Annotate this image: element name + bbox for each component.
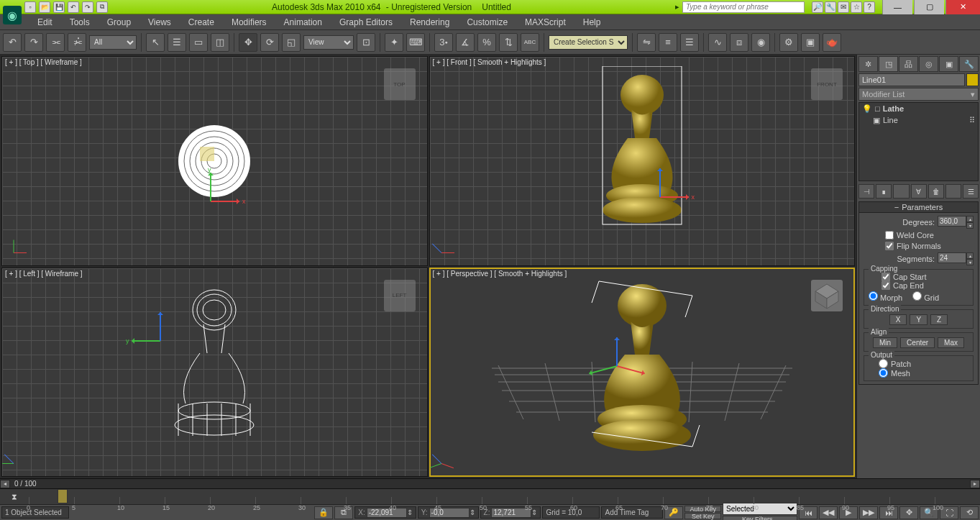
spin-up-icon[interactable]: ▴ — [966, 252, 974, 259]
make-unique-icon[interactable]: ∀ — [911, 184, 927, 199]
direction-y-button[interactable]: Y — [910, 314, 928, 325]
align-max-button[interactable]: Max — [938, 337, 964, 348]
spinner-snap-icon[interactable]: ⇅ — [499, 33, 518, 52]
redo-icon[interactable]: ↷ — [82, 1, 93, 13]
favorites-icon[interactable]: ☆ — [851, 1, 862, 13]
rotate-icon[interactable]: ⟳ — [260, 33, 279, 52]
menu-modifiers[interactable]: Modifiers — [223, 15, 275, 29]
viewport-perspective-label[interactable]: [ + ] [ Perspective ] [ Smooth + Highlig… — [433, 270, 567, 278]
tab-display-icon[interactable]: ▣ — [939, 56, 958, 72]
coord-x-input[interactable] — [367, 508, 407, 518]
spin-down-icon[interactable]: ▾ — [966, 222, 974, 229]
segments-input[interactable] — [938, 252, 966, 263]
configure-sets-icon[interactable]: ☰ — [963, 184, 979, 199]
help-search-input[interactable] — [682, 1, 805, 13]
time-tag-button[interactable]: Add Time Tag — [601, 506, 663, 519]
use-center-icon[interactable]: ⊡ — [357, 33, 375, 52]
menu-edit[interactable]: Edit — [29, 15, 61, 29]
modifier-lathe[interactable]: 💡 □ Lathe — [859, 103, 978, 114]
communication-icon[interactable]: ✉ — [838, 1, 849, 13]
viewport-left-label[interactable]: [ + ] [ Left ] [ Wireframe ] — [5, 270, 83, 278]
expand-icon[interactable]: ▣ — [873, 116, 880, 125]
align-min-button[interactable]: Min — [873, 337, 897, 348]
unlink-icon[interactable]: ⫘̸ — [68, 33, 86, 52]
tab-utilities-icon[interactable]: 🔧 — [959, 56, 979, 72]
set-key-button[interactable]: Set Key — [684, 513, 721, 519]
menu-graph-editors[interactable]: Graph Editors — [331, 15, 401, 29]
viewport-front-label[interactable]: [ + ] [ Front ] [ Smooth + Highlights ] — [433, 58, 546, 66]
degrees-input[interactable] — [938, 216, 966, 227]
object-name-input[interactable] — [858, 73, 965, 86]
viewcube-left[interactable]: LEFT — [384, 280, 416, 311]
nav-orbit-icon[interactable]: ⟲ — [960, 506, 979, 519]
viewport-left[interactable]: [ + ] [ Left ] [ Wireframe ] LEFT y — [1, 268, 428, 478]
menu-views[interactable]: Views — [139, 15, 180, 29]
expand-icon[interactable]: □ — [875, 104, 880, 113]
time-slider[interactable]: 0510152025303540455055606570758085909510… — [29, 489, 980, 504]
menu-animation[interactable]: Animation — [275, 15, 331, 29]
help-icon[interactable]: ? — [864, 1, 875, 13]
tab-hierarchy-icon[interactable]: 品 — [899, 56, 918, 72]
spin-up-icon[interactable]: ▴ — [966, 216, 974, 222]
render-icon[interactable]: 🫖 — [823, 33, 841, 52]
nav-pan-icon[interactable]: ✥ — [899, 506, 918, 519]
key-icon[interactable]: 🔧 — [825, 1, 836, 13]
remove-modifier-icon[interactable]: 🗑 — [928, 184, 944, 199]
object-color-swatch[interactable] — [966, 73, 979, 86]
rollout-parameters-header[interactable]: −Parameters — [858, 201, 979, 213]
percent-snap-icon[interactable]: % — [477, 33, 496, 52]
rectangular-region-icon[interactable]: ▭ — [189, 33, 208, 52]
auto-key-button[interactable]: Auto Key — [684, 506, 721, 512]
align-center-button[interactable]: Center — [900, 337, 935, 348]
align-icon[interactable]: ≡ — [659, 33, 677, 52]
rendered-frame-icon[interactable]: ▣ — [801, 33, 820, 52]
menu-create[interactable]: Create — [180, 15, 223, 29]
tab-motion-icon[interactable]: ◎ — [919, 56, 938, 72]
prev-frame-icon[interactable]: ◀◀ — [819, 506, 838, 519]
named-selection-dropdown[interactable]: Create Selection Se — [549, 35, 628, 50]
project-icon[interactable]: ⧉ — [96, 1, 108, 13]
undo-button-icon[interactable]: ↶ — [3, 33, 22, 52]
material-editor-icon[interactable]: ◉ — [751, 33, 770, 52]
cap-start-checkbox[interactable] — [881, 273, 890, 281]
viewport-top-label[interactable]: [ + ] [ Top ] [ Wireframe ] — [5, 58, 82, 66]
weld-core-checkbox[interactable] — [885, 231, 894, 240]
snap-2d-icon[interactable]: 3● — [434, 33, 453, 52]
save-icon[interactable]: 💾 — [53, 1, 65, 13]
render-setup-icon[interactable]: ⚙ — [779, 33, 798, 52]
selection-filter-dropdown[interactable]: All — [89, 35, 137, 50]
lock-selection-icon[interactable]: 🔒 — [314, 506, 333, 519]
time-ruler[interactable]: ⧗ 05101520253035404550556065707580859095… — [0, 488, 980, 504]
direction-x-button[interactable]: X — [889, 314, 907, 325]
viewport-front[interactable]: [ + ] [ Front ] [ Smooth + Highlights ] … — [429, 56, 856, 266]
scale-icon[interactable]: ◱ — [282, 33, 301, 52]
redo-button-icon[interactable]: ↷ — [24, 33, 43, 52]
open-icon[interactable]: 📂 — [39, 1, 50, 13]
output-patch-radio[interactable] — [879, 359, 888, 368]
curve-editor-icon[interactable]: ∿ — [708, 33, 727, 52]
flip-normals-checkbox[interactable] — [885, 242, 894, 250]
move-icon[interactable]: ✥ — [239, 33, 257, 52]
modifier-line[interactable]: ▣ Line ⠿ — [859, 114, 978, 126]
schematic-icon[interactable]: ⧈ — [730, 33, 748, 52]
mirror-icon[interactable]: ⇋ — [637, 33, 656, 52]
pin-stack-icon[interactable]: ⊣ — [858, 184, 874, 199]
abc-icon[interactable]: ABC — [521, 33, 539, 52]
key-filters-button[interactable]: Key Filters... — [723, 516, 797, 520]
tab-modify-icon[interactable]: ◳ — [879, 56, 898, 72]
maximize-button[interactable]: ▢ — [914, 0, 944, 14]
undo-icon[interactable]: ↶ — [68, 1, 79, 13]
ref-coord-dropdown[interactable]: View — [303, 35, 354, 50]
modifier-list-dropdown[interactable]: Modifier List▾ — [858, 88, 979, 101]
menu-help[interactable]: Help — [574, 15, 610, 29]
manipulate-icon[interactable]: ✦ — [385, 33, 403, 52]
viewcube-top[interactable]: TOP — [384, 68, 416, 100]
key-filter-dropdown[interactable]: Selected — [723, 503, 797, 515]
minimize-button[interactable]: — — [882, 0, 912, 14]
menu-maxscript[interactable]: MAXScript — [516, 15, 574, 29]
menu-customize[interactable]: Customize — [458, 15, 516, 29]
show-end-result-icon[interactable]: ∎ — [876, 184, 892, 199]
menu-tools[interactable]: Tools — [61, 15, 99, 29]
track-next-icon[interactable]: ▸ — [970, 480, 980, 488]
viewcube-front[interactable]: FRONT — [811, 68, 843, 100]
